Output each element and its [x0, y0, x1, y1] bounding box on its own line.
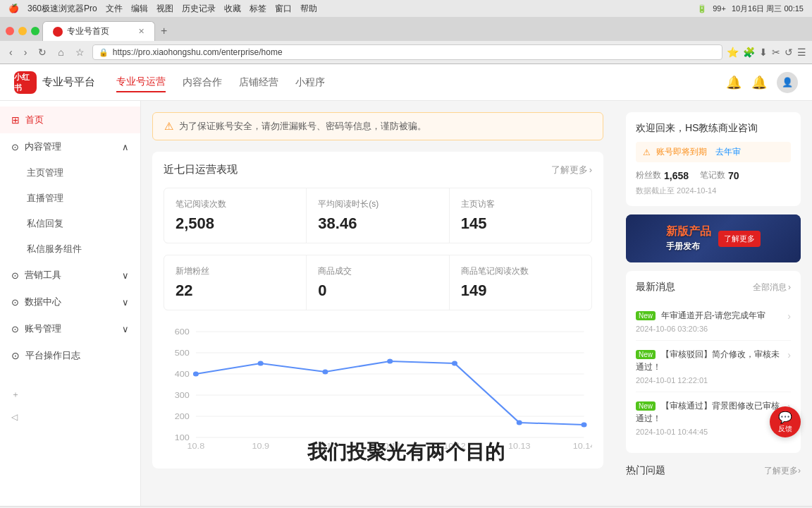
- address-bar[interactable]: 🔒 https://pro.xiaohongshu.com/enterprise…: [92, 44, 722, 60]
- security-alert-banner: ⚠ 为了保证账号安全，请勿泄漏账号、密码等信息，谨防被骗。: [152, 112, 603, 140]
- settings-icon[interactable]: ↺: [785, 47, 793, 58]
- forward-button[interactable]: ›: [20, 45, 31, 59]
- chevron-down-icon: ∨: [122, 270, 129, 281]
- stat-card-new-fans: 新增粉丝 22: [164, 255, 306, 310]
- content-icon: ⊙: [11, 142, 19, 152]
- stat-card-product-notes-read: 商品笔记阅读次数 149: [450, 255, 591, 310]
- menu-tags[interactable]: 标签: [250, 3, 266, 15]
- sidebar-item-platform-log[interactable]: ⊙ 平台操作日志: [0, 342, 140, 369]
- news-all-link[interactable]: 全部消息 ›: [753, 282, 791, 294]
- sidebar-item-live-mgmt[interactable]: 直播管理: [0, 186, 140, 211]
- news-title: 最新消息: [636, 281, 675, 294]
- promo-banner[interactable]: NEW 新版产品 手册发布 了解更多: [626, 214, 801, 262]
- hot-topics-link[interactable]: 了解更多 ›: [764, 465, 801, 477]
- more-tools-icon[interactable]: ✂: [772, 47, 780, 58]
- marketing-label: 营销工具: [25, 269, 61, 282]
- sidebar-collapse-button[interactable]: ◁: [0, 406, 140, 428]
- refresh-button[interactable]: ↻: [35, 45, 50, 59]
- chevron-down-icon-2: ∨: [122, 297, 129, 308]
- sidebar-bottom-area: ＋ ◁: [0, 383, 140, 428]
- tab-close-button[interactable]: ✕: [138, 27, 144, 36]
- alert-icon[interactable]: 🔔: [751, 75, 767, 90]
- welcome-text: 欢迎回来，HS教练商业咨询: [636, 122, 791, 135]
- news-item-2-chevron: ›: [787, 349, 791, 361]
- sidebar-item-dm-reply[interactable]: 私信回复: [0, 211, 140, 236]
- new-tab-button[interactable]: +: [158, 25, 170, 37]
- menu-help[interactable]: 帮助: [300, 3, 317, 15]
- logo-icon: 小红书: [14, 71, 37, 94]
- news-item-2[interactable]: New 【审核驳回】简介修改，审核未通过！ 2024-10-01 12:22:0…: [636, 341, 791, 392]
- sidebar-item-data-center[interactable]: ⊙ 数据中心 ∨: [0, 289, 140, 315]
- new-fans-value: 22: [176, 282, 295, 300]
- chart-point-4: [387, 359, 393, 364]
- warning-triangle-icon: ⚠: [643, 147, 651, 157]
- stat-card-goods-sold: 商品成交 0: [307, 255, 448, 310]
- traffic-light-fullscreen[interactable]: [31, 27, 39, 35]
- star-icon[interactable]: ⭐: [727, 47, 739, 58]
- bookmark-add-button[interactable]: ☆: [72, 45, 88, 59]
- app-name: 360极速浏览器Pro: [27, 3, 97, 15]
- news-badge-3: New: [636, 401, 656, 411]
- nav-item-miniapp[interactable]: 小程序: [295, 73, 325, 92]
- back-button[interactable]: ‹: [6, 45, 16, 59]
- plus-icon: ＋: [11, 389, 20, 401]
- stats-more-link[interactable]: 了解更多 ›: [551, 164, 592, 176]
- account-icon: ⊙: [11, 324, 19, 334]
- sidebar-group-content-header[interactable]: ⊙ 内容管理 ∧: [0, 133, 140, 160]
- feedback-icon: 💬: [778, 411, 792, 424]
- alert-text: 为了保证账号安全，请勿泄漏账号、密码等信息，谨防被骗。: [179, 120, 426, 133]
- menu-icon[interactable]: ☰: [797, 47, 806, 58]
- feedback-button[interactable]: 💬 反馈: [770, 406, 801, 437]
- sidebar: ⊞ 首页 ⊙ 内容管理 ∧ 主页管理 直播管理 私信回复 私信服务组件 ⊙ 营销…: [0, 101, 141, 506]
- svg-text:200: 200: [175, 412, 190, 421]
- account-review-link[interactable]: 去年审: [715, 146, 741, 158]
- menu-edit[interactable]: 编辑: [131, 3, 148, 15]
- sidebar-item-marketing[interactable]: ⊙ 营销工具 ∨: [0, 262, 140, 289]
- download-icon[interactable]: ⬇: [759, 47, 768, 58]
- menu-file[interactable]: 文件: [106, 3, 123, 15]
- home-button[interactable]: ⌂: [54, 45, 67, 59]
- log-icon: ⊙: [11, 350, 20, 361]
- svg-text:10.10: 10.10: [314, 442, 337, 451]
- active-tab[interactable]: 专业号首页 ✕: [42, 21, 155, 41]
- fans-label: 粉丝数: [636, 169, 661, 181]
- notification-bell-icon[interactable]: 🔔: [726, 75, 742, 90]
- account-stats: 粉丝数 1,658 笔记数 70: [636, 169, 791, 181]
- app-body: ⊞ 首页 ⊙ 内容管理 ∧ 主页管理 直播管理 私信回复 私信服务组件 ⊙ 营销…: [0, 101, 812, 506]
- sidebar-item-dm-service[interactable]: 私信服务组件: [0, 236, 140, 262]
- avatar[interactable]: 👤: [777, 72, 798, 93]
- news-item-1[interactable]: New 年审通道开启-请您完成年审 2024-10-06 03:20:36 ›: [636, 302, 791, 341]
- header-right: 🔔 🔔 👤: [726, 72, 798, 93]
- sidebar-add-button[interactable]: ＋: [0, 383, 140, 406]
- apple-logo: 🍎: [8, 4, 19, 13]
- feedback-label: 反馈: [778, 424, 792, 434]
- collapse-icon: ◁: [11, 412, 18, 422]
- sidebar-item-account[interactable]: ⊙ 账号管理 ∨: [0, 315, 140, 342]
- chevron-up-icon: ∧: [122, 142, 129, 152]
- lock-icon: 🔒: [99, 48, 109, 57]
- menu-bookmarks[interactable]: 收藏: [224, 3, 241, 15]
- extension-icon[interactable]: 🧩: [743, 47, 755, 58]
- traffic-light-close[interactable]: [6, 27, 14, 35]
- browser-nav-bar: ‹ › ↻ ⌂ ☆ 🔒 https://pro.xiaohongshu.com/…: [0, 41, 812, 64]
- chart-point-5: [452, 361, 457, 366]
- clock: 10月16日 周三 00:15: [732, 4, 804, 14]
- svg-text:500: 500: [175, 349, 190, 358]
- notes-label: 笔记数: [700, 169, 725, 181]
- nav-item-content-collab[interactable]: 内容合作: [183, 73, 222, 92]
- news-item-3[interactable]: New 【审核通过】背景图修改已审核通过！ 2024-10-01 10:44:4…: [636, 392, 791, 443]
- nav-item-store[interactable]: 店铺经营: [239, 73, 278, 92]
- sidebar-item-homepage-mgmt[interactable]: 主页管理: [0, 160, 140, 186]
- menu-window[interactable]: 窗口: [275, 3, 292, 15]
- chevron-right-icon: ›: [589, 164, 592, 175]
- news-item-1-text: 年审通道开启-请您完成年审: [661, 310, 765, 320]
- menu-history[interactable]: 历史记录: [182, 3, 216, 15]
- platform-log-label: 平台操作日志: [25, 349, 80, 362]
- stat-card-notes-read: 笔记阅读次数 2,508: [164, 188, 306, 243]
- menu-view[interactable]: 视图: [156, 3, 173, 15]
- news-item-2-text: 【审核驳回】简介修改，审核未通过！: [636, 349, 780, 372]
- browser-chrome: 专业号首页 ✕ + ‹ › ↻ ⌂ ☆ 🔒 https://pro.xiaoho…: [0, 17, 812, 64]
- traffic-light-minimize[interactable]: [18, 27, 27, 35]
- nav-item-operations[interactable]: 专业号运营: [116, 73, 166, 92]
- sidebar-item-home[interactable]: ⊞ 首页: [0, 107, 140, 133]
